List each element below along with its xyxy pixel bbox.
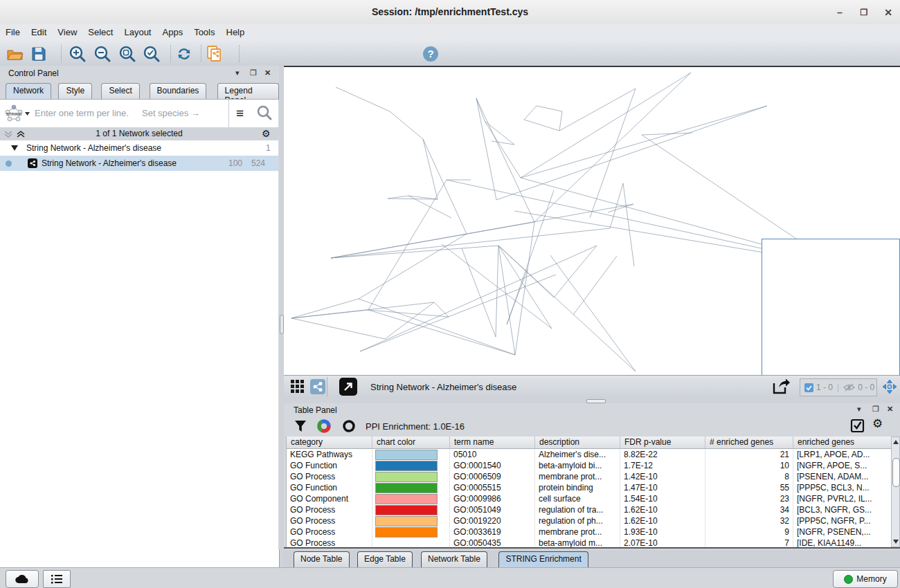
cell-genes[interactable]: [PPP5C, NGFR, P...: [793, 515, 892, 526]
cell-count[interactable]: 10: [705, 460, 793, 471]
panel-menu-icon[interactable]: ▾: [857, 405, 861, 414]
memory-button[interactable]: Memory: [833, 570, 898, 588]
cell-description[interactable]: regulation of tra...: [535, 504, 620, 515]
cell-category[interactable]: GO Function: [287, 460, 372, 471]
network-row[interactable]: String Network - Alzheimer's disease 100…: [0, 156, 278, 171]
species-selector[interactable]: Set species →: [142, 108, 200, 118]
tab-edge-table[interactable]: Edge Table: [357, 551, 413, 567]
cell-description[interactable]: protein binding: [535, 482, 620, 493]
filter-icon[interactable]: [294, 419, 307, 433]
table-scrollbar[interactable]: [891, 437, 900, 547]
menu-apps[interactable]: Apps: [157, 24, 189, 40]
cell-fdr[interactable]: 1.7E-12: [620, 460, 705, 471]
cell-category[interactable]: GO Process: [287, 526, 372, 538]
horizontal-splitter[interactable]: [284, 398, 900, 403]
cell-category[interactable]: GO Function: [287, 482, 372, 493]
cloud-button[interactable]: [6, 570, 39, 588]
expand-all-icon[interactable]: [16, 130, 26, 138]
scroll-down-icon[interactable]: [893, 540, 899, 544]
task-list-button[interactable]: [43, 570, 71, 588]
cell-term[interactable]: GO:0050435: [450, 538, 535, 547]
cell-fdr[interactable]: 1.54E-10: [620, 493, 705, 504]
cell-fdr[interactable]: 1.47E-10: [620, 482, 705, 493]
cell-color[interactable]: [372, 504, 450, 515]
cell-category[interactable]: GO Process: [287, 504, 372, 515]
column-header-chart-color[interactable]: chart color: [372, 437, 450, 449]
tab-node-table[interactable]: Node Table: [294, 551, 350, 567]
menu-tools[interactable]: Tools: [188, 24, 220, 40]
menu-file[interactable]: File: [0, 24, 26, 40]
cell-count[interactable]: 32: [705, 515, 793, 526]
cell-color[interactable]: [372, 449, 450, 460]
cell-term[interactable]: GO:0001540: [450, 460, 535, 471]
tab-network-table[interactable]: Network Table: [421, 551, 487, 567]
cell-fdr[interactable]: 2.07E-10: [620, 538, 705, 547]
network-options-gear-icon[interactable]: ⚙: [262, 128, 271, 139]
save-session-button[interactable]: [29, 44, 48, 64]
cell-term[interactable]: GO:0005515: [450, 482, 535, 493]
zoom-selected-button[interactable]: [142, 44, 161, 64]
menu-edit[interactable]: Edit: [26, 24, 52, 40]
cell-color[interactable]: [372, 538, 450, 547]
menu-help[interactable]: Help: [221, 24, 251, 40]
birdseye-toggle-icon[interactable]: [882, 379, 897, 394]
open-session-button[interactable]: [6, 44, 25, 64]
vertical-splitter[interactable]: [279, 66, 284, 567]
donut-chart-icon[interactable]: [317, 419, 331, 433]
cell-genes[interactable]: [BCL3, NGFR, GS...: [793, 504, 892, 515]
table-settings-gear-icon[interactable]: ⚙: [872, 416, 883, 431]
cell-term[interactable]: 05010: [450, 449, 535, 460]
cell-count[interactable]: 8: [705, 471, 793, 482]
ring-chart-icon[interactable]: [342, 419, 356, 433]
cell-color[interactable]: [372, 515, 450, 526]
birdseye-view[interactable]: [762, 239, 900, 376]
cell-count[interactable]: 9: [705, 526, 793, 538]
cell-count[interactable]: 55: [705, 482, 793, 493]
cell-description[interactable]: cell surface: [535, 493, 620, 504]
cell-description[interactable]: Alzheimer's dise...: [535, 449, 620, 460]
cell-genes[interactable]: [NGFR, PVRL2, IL...: [793, 493, 892, 504]
cell-fdr[interactable]: 8.82E-22: [620, 449, 705, 460]
cell-category[interactable]: GO Process: [287, 538, 372, 547]
cell-description[interactable]: beta-amyloid m...: [535, 538, 620, 547]
cell-term[interactable]: GO:0019220: [450, 515, 535, 526]
tab-boundaries[interactable]: Boundaries: [150, 83, 207, 100]
network-share-icon[interactable]: [310, 379, 325, 394]
network-collection-row[interactable]: String Network - Alzheimer's disease 1: [0, 140, 278, 156]
help-icon[interactable]: ?: [421, 44, 440, 64]
enrichment-table[interactable]: categorychart colorterm namedescriptionF…: [286, 437, 892, 547]
cell-fdr[interactable]: 1.42E-10: [620, 471, 705, 482]
cell-description[interactable]: regulation of ph...: [535, 515, 620, 526]
network-from-file-button[interactable]: [205, 44, 224, 64]
cell-color[interactable]: [372, 526, 450, 538]
column-header-enriched-genes[interactable]: enriched genes: [793, 437, 892, 449]
tab-select[interactable]: Select: [101, 83, 139, 100]
close-button[interactable]: ✕: [878, 6, 899, 19]
zoom-out-button[interactable]: [93, 44, 112, 64]
menu-view[interactable]: View: [52, 24, 82, 40]
cell-genes[interactable]: [NGFR, PSENEN,...: [793, 526, 892, 538]
cell-fdr[interactable]: 1.62E-10: [620, 504, 705, 515]
cell-count[interactable]: 23: [705, 493, 793, 504]
menu-select[interactable]: Select: [82, 24, 118, 40]
cell-fdr[interactable]: 1.62E-10: [620, 515, 705, 526]
cell-color[interactable]: [372, 482, 450, 493]
refresh-button[interactable]: [174, 44, 194, 64]
column-header--enriched-genes[interactable]: # enriched genes: [705, 437, 793, 449]
cell-count[interactable]: 21: [705, 449, 793, 460]
zoom-in-button[interactable]: [68, 44, 87, 64]
scrollbar-thumb[interactable]: [892, 458, 900, 487]
open-in-window-icon[interactable]: [339, 378, 357, 396]
select-columns-icon[interactable]: [850, 419, 865, 433]
grid-view-icon[interactable]: [291, 380, 305, 394]
zoom-fit-button[interactable]: [118, 44, 137, 64]
cell-term[interactable]: GO:0051049: [450, 504, 535, 515]
tab-legend-panel[interactable]: Legend Panel: [217, 83, 279, 100]
scroll-up-icon[interactable]: [893, 440, 899, 444]
collapse-all-icon[interactable]: [3, 130, 13, 138]
tab-style[interactable]: Style: [58, 83, 92, 100]
string-logo-icon[interactable]: STRING: [3, 104, 30, 123]
cell-term[interactable]: GO:0033619: [450, 526, 535, 538]
column-header-term-name[interactable]: term name: [450, 437, 535, 449]
cell-color[interactable]: [372, 493, 450, 504]
